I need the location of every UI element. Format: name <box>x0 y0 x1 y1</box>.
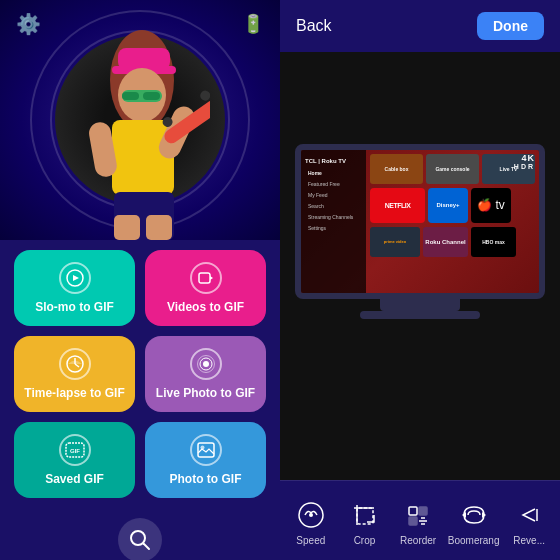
tool-reverse[interactable]: Reve... <box>505 499 553 546</box>
tv-base <box>360 311 480 319</box>
photogif-label: Photo to GIF <box>170 472 242 486</box>
app-hbo-max: HBO max <box>471 227 516 257</box>
app-disney-plus: Disney+ <box>428 188 468 223</box>
boomerang-label: Boomerang <box>448 535 500 546</box>
livephoto-icon <box>190 348 222 380</box>
livephoto-gif-button[interactable]: Live Photo to GIF <box>145 336 266 412</box>
svg-marker-17 <box>73 275 79 281</box>
tv-stand <box>380 299 460 311</box>
roku-sidebar: TCL | Roku TV Home Featured Free My Feed… <box>301 150 366 293</box>
settings-icon[interactable]: ⚙️ <box>16 12 41 36</box>
slomo-svg <box>66 269 84 287</box>
crop-icon <box>348 499 380 531</box>
speed-svg <box>297 501 325 529</box>
tool-crop[interactable]: Crop <box>340 499 388 546</box>
app-cable-box: Cable box <box>370 154 423 184</box>
tv-4k-hdr-badge: 4K HDR <box>514 154 535 172</box>
app-game-console: Game console <box>426 154 479 184</box>
right-header: Back Done <box>280 0 560 52</box>
crop-svg <box>350 501 378 529</box>
timelapse-icon <box>59 348 91 380</box>
tv-screen: TCL | Roku TV Home Featured Free My Feed… <box>301 150 539 293</box>
svg-rect-6 <box>143 92 160 100</box>
reorder-label: Reorder <box>400 535 436 546</box>
timelapse-svg <box>66 355 84 373</box>
svg-rect-37 <box>409 517 417 525</box>
tv-body: TCL | Roku TV Home Featured Free My Feed… <box>295 144 545 299</box>
svg-rect-18 <box>199 273 210 283</box>
tool-speed[interactable]: Speed <box>287 499 335 546</box>
svg-point-31 <box>309 513 313 517</box>
livephoto-label: Live Photo to GIF <box>156 386 255 400</box>
svg-rect-7 <box>112 120 174 195</box>
photogif-svg <box>197 442 215 458</box>
tool-reorder[interactable]: Reorder <box>394 499 442 546</box>
app-apple-tv: 🍎 tv <box>471 188 511 223</box>
photo-gif-button[interactable]: Photo to GIF <box>145 422 266 498</box>
savedgif-icon: GIF <box>59 434 91 466</box>
roku-content: 4K HDR Cable box Game console Live TV <box>366 150 539 293</box>
search-icon <box>129 529 151 551</box>
videos-svg <box>197 269 215 287</box>
reverse-icon <box>513 499 545 531</box>
svg-rect-35 <box>409 507 417 515</box>
roku-menu-home: Home <box>305 168 362 178</box>
roku-menu-featured: Featured Free <box>305 179 362 189</box>
roku-bottom-apps: prime video Roku Channel HBO max <box>370 227 535 257</box>
photogif-icon <box>190 434 222 466</box>
person-figure <box>70 20 210 240</box>
roku-menu-streaming: Streaming Channels <box>305 212 362 222</box>
bottom-toolbar: Speed Crop <box>280 480 560 560</box>
done-button[interactable]: Done <box>477 12 544 40</box>
svg-marker-19 <box>210 276 213 280</box>
dark-area <box>280 420 560 480</box>
timelapse-label: Time-lapse to GIF <box>24 386 124 400</box>
svg-text:GIF: GIF <box>70 448 80 454</box>
videos-icon <box>190 262 222 294</box>
roku-menu-search: Search <box>305 201 362 211</box>
roku-menu-settings: Settings <box>305 223 362 233</box>
app-roku-channel: Roku Channel <box>423 227 468 257</box>
videos-label: Videos to GIF <box>167 300 244 314</box>
badge-hdr: HDR <box>514 163 535 171</box>
slomo-gif-button[interactable]: Slo-mo to GIF <box>14 250 135 326</box>
roku-top-apps: Cable box Game console Live TV <box>370 154 535 184</box>
tv-wrapper: TCL | Roku TV Home Featured Free My Feed… <box>295 144 545 329</box>
right-panel: Back Done TCL | Roku TV Home Featured Fr… <box>280 0 560 560</box>
saved-gif-button[interactable]: GIF Saved GIF <box>14 422 135 498</box>
svg-line-29 <box>144 544 150 550</box>
boomerang-svg <box>460 501 488 529</box>
battery-icon: 🔋 <box>242 13 264 35</box>
videos-gif-button[interactable]: Videos to GIF <box>145 250 266 326</box>
speed-label: Speed <box>296 535 325 546</box>
slomo-icon <box>59 262 91 294</box>
savedgif-svg: GIF <box>65 442 85 458</box>
badge-4k: 4K <box>514 154 535 164</box>
roku-menu-myfeed: My Feed <box>305 190 362 200</box>
tv-preview-area: TCL | Roku TV Home Featured Free My Feed… <box>280 52 560 420</box>
savedgif-label: Saved GIF <box>45 472 104 486</box>
svg-point-12 <box>198 89 210 103</box>
bottom-search-bar <box>0 508 280 560</box>
timelapse-gif-button[interactable]: Time-lapse to GIF <box>14 336 135 412</box>
boomerang-icon <box>458 499 490 531</box>
crop-label: Crop <box>354 535 376 546</box>
reverse-svg <box>515 501 543 529</box>
roku-mid-apps: NETFLIX Disney+ 🍎 tv <box>370 188 535 223</box>
search-button[interactable] <box>118 518 162 560</box>
tool-boomerang[interactable]: Boomerang <box>448 499 500 546</box>
left-header: ⚙️ 🔋 <box>0 0 280 44</box>
roku-logo: TCL | Roku TV <box>305 158 362 164</box>
svg-rect-36 <box>419 507 427 515</box>
svg-point-21 <box>203 361 209 367</box>
back-button[interactable]: Back <box>296 17 332 35</box>
app-prime-video: prime video <box>370 227 420 257</box>
speed-icon <box>295 499 327 531</box>
feature-grid: Slo-mo to GIF Videos to GIF Time-lap <box>0 240 280 508</box>
left-panel: ⚙️ 🔋 <box>0 0 280 560</box>
right-content-area: TCL | Roku TV Home Featured Free My Feed… <box>280 52 560 480</box>
reorder-icon <box>402 499 434 531</box>
reorder-svg <box>404 501 432 529</box>
app-netflix: NETFLIX <box>370 188 425 223</box>
reverse-label: Reve... <box>513 535 545 546</box>
